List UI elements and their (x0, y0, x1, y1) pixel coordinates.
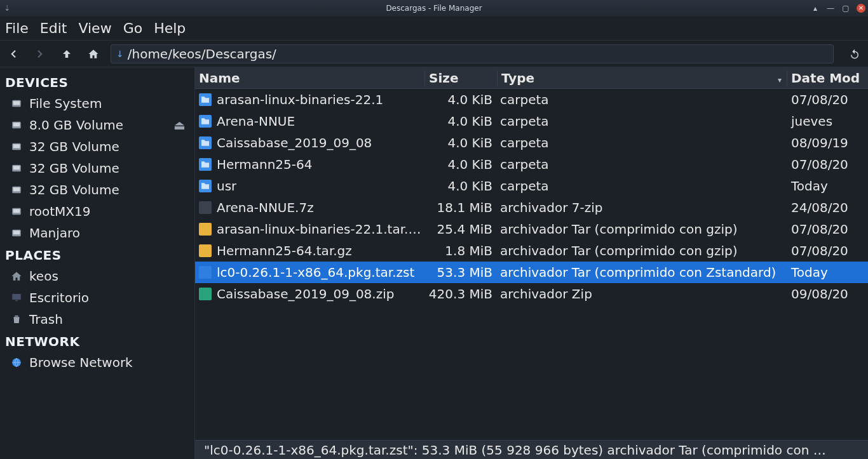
file-row[interactable]: Arena-NNUE4.0 KiBcarpetajueves (195, 110, 868, 132)
drive-icon (10, 183, 23, 196)
sidebar-item-label: keos (29, 269, 58, 284)
back-button[interactable] (4, 44, 23, 63)
device-item[interactable]: 32 GB Volume (5, 157, 192, 179)
archive-zip-icon (199, 288, 212, 300)
file-view: Name Size Type ▾ Date Mod arasan-linux-b… (195, 67, 868, 459)
file-name: usr (217, 178, 236, 194)
file-row[interactable]: Caissabase_2019_09_08.zip420.3 MiBarchiv… (195, 283, 868, 305)
column-size[interactable]: Size (425, 70, 498, 86)
sort-indicator-icon: ▾ (778, 76, 782, 84)
globe-icon (10, 356, 23, 369)
folder-icon (199, 158, 212, 171)
device-item[interactable]: 32 GB Volume (5, 136, 192, 157)
file-row[interactable]: Caissabase_2019_09_084.0 KiBcarpeta08/09… (195, 132, 868, 154)
network-header: NETWORK (5, 334, 192, 349)
menu-file[interactable]: File (5, 20, 29, 36)
pin-icon[interactable]: ⇣ (4, 4, 10, 13)
svg-rect-13 (13, 230, 20, 234)
sidebar-item-label: rootMX19 (29, 204, 91, 219)
file-date: 09/08/20 (787, 286, 868, 302)
path-entry[interactable]: ↓ /home/keos/Descargas/ (111, 44, 834, 63)
places-header: PLACES (5, 248, 192, 263)
drive-icon (10, 119, 23, 131)
svg-rect-1 (13, 101, 20, 105)
file-type: archivador Tar (comprimido con Zstandard… (498, 265, 787, 280)
home-button[interactable] (84, 44, 103, 63)
sidebar-item-label: 32 GB Volume (29, 182, 119, 197)
device-item[interactable]: Manjaro (5, 222, 192, 244)
file-size: 53.3 MiB (425, 265, 498, 280)
sidebar-item-label: Escritorio (29, 290, 89, 305)
file-type: carpeta (498, 157, 787, 172)
desktop-icon (10, 291, 23, 304)
file-type: carpeta (498, 178, 787, 194)
file-size: 4.0 KiB (425, 114, 498, 129)
menu-view[interactable]: View (78, 20, 111, 36)
device-item[interactable]: 32 GB Volume (5, 179, 192, 201)
file-row[interactable]: Hermann25-64.tar.gz1.8 MiBarchivador Tar… (195, 240, 868, 262)
eject-icon[interactable]: ⏏ (173, 117, 186, 133)
sidebar-item-label: Trash (29, 312, 63, 327)
menu-help[interactable]: Help (154, 20, 186, 36)
file-row[interactable]: lc0-0.26.1-1-x86_64.pkg.tar.zst53.3 MiBa… (195, 262, 868, 283)
file-size: 4.0 KiB (425, 92, 498, 107)
drive-icon (10, 140, 23, 153)
column-headers: Name Size Type ▾ Date Mod (195, 67, 868, 89)
reload-button[interactable] (845, 44, 864, 63)
folder-icon (199, 136, 212, 149)
device-item[interactable]: File System (5, 93, 192, 114)
shade-button[interactable]: ▴ (811, 4, 820, 13)
column-type[interactable]: Type ▾ (498, 70, 787, 86)
file-date: 07/08/20 (787, 157, 868, 172)
column-date[interactable]: Date Mod (787, 70, 868, 86)
file-name: Hermann25-64 (217, 157, 312, 172)
download-icon: ↓ (116, 49, 124, 59)
drive-icon (10, 205, 23, 218)
maximize-button[interactable]: ▢ (841, 4, 850, 13)
place-item[interactable]: keos (5, 265, 192, 287)
file-row[interactable]: arasan-linux-binaries-22.14.0 KiBcarpeta… (195, 89, 868, 110)
menu-go[interactable]: Go (123, 20, 143, 36)
svg-rect-7 (13, 166, 20, 170)
file-name: arasan-linux-binaries-22.1.tar.… (217, 222, 421, 237)
menu-edit[interactable]: Edit (40, 20, 67, 36)
file-type: archivador Tar (comprimido con gzip) (498, 222, 787, 237)
svg-rect-3 (13, 123, 20, 126)
file-size: 1.8 MiB (425, 243, 498, 258)
device-item[interactable]: rootMX19 (5, 201, 192, 222)
place-item[interactable]: Trash (5, 309, 192, 330)
titlebar: ⇣ Descargas - File Manager ▴ — ▢ ✕ (0, 0, 868, 17)
file-row[interactable]: arasan-linux-binaries-22.1.tar.…25.4 MiB… (195, 218, 868, 240)
device-item[interactable]: 8.0 GB Volume⏏ (5, 114, 192, 136)
file-date: Today (787, 178, 868, 194)
file-size: 25.4 MiB (425, 222, 498, 237)
file-date: 07/08/20 (787, 243, 868, 258)
archive-gz-icon (199, 244, 212, 257)
place-item[interactable]: Escritorio (5, 287, 192, 309)
file-size: 420.3 MiB (425, 286, 498, 302)
close-button[interactable]: ✕ (857, 4, 865, 13)
file-size: 4.0 KiB (425, 135, 498, 150)
file-row[interactable]: Arena-NNUE.7z18.1 MiBarchivador 7-zip24/… (195, 197, 868, 218)
svg-rect-5 (13, 144, 20, 148)
network-item[interactable]: Browse Network (5, 352, 192, 373)
file-row[interactable]: Hermann25-644.0 KiBcarpeta07/08/20 (195, 154, 868, 175)
file-type: carpeta (498, 114, 787, 129)
home-icon (10, 270, 23, 283)
forward-button[interactable] (31, 44, 50, 63)
file-date: 24/08/20 (787, 200, 868, 215)
file-name: Arena-NNUE.7z (217, 200, 314, 215)
drive-icon (10, 162, 23, 175)
sidebar-item-label: File System (29, 96, 102, 111)
file-row[interactable]: usr4.0 KiBcarpetaToday (195, 175, 868, 197)
menubar: File Edit View Go Help (0, 17, 868, 41)
minimize-button[interactable]: — (826, 4, 835, 13)
file-name: Arena-NNUE (217, 114, 295, 129)
up-button[interactable] (57, 44, 76, 63)
file-name: arasan-linux-binaries-22.1 (217, 92, 383, 107)
sidebar: DEVICES File System8.0 GB Volume⏏32 GB V… (0, 67, 195, 459)
window-controls: ▴ — ▢ ✕ (811, 4, 865, 13)
column-name[interactable]: Name (195, 70, 425, 86)
archive-zst-icon (199, 266, 212, 279)
folder-icon (199, 180, 212, 192)
